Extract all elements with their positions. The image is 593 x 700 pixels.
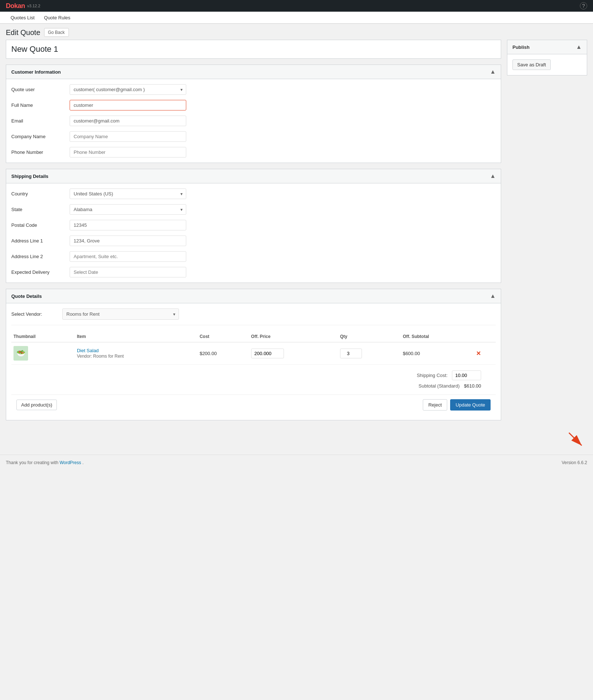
footer: Thank you for creating with WordPress . … [0,455,593,470]
arrow-indicator [565,429,587,451]
quote-table: Thumbnail Item Cost Off. Price Qty Off. … [11,331,496,365]
cell-thumbnail: 🥗 [11,342,75,365]
phone-number-label: Phone Number [11,149,70,155]
main-content: Customer Information ▲ Quote user custom… [0,40,593,428]
footer-version: Version 6.6.2 [562,460,587,465]
dokan-version: v3.12.2 [27,4,40,8]
address-line2-input[interactable] [70,251,186,262]
publish-collapse-icon[interactable]: ▲ [576,44,582,50]
quote-user-select[interactable]: customer( customer@gmail.com ) [70,84,186,95]
quote-details-header: Quote Details ▲ [6,289,501,303]
shipping-details-collapse-icon[interactable]: ▲ [490,173,496,179]
publish-title: Publish [512,44,530,50]
save-draft-button[interactable]: Save as Draft [512,59,551,70]
vendor-select-wrapper: Rooms for Rent [62,308,179,320]
table-row: 🥗 Diet Salad Vendor: Rooms for Rent $200… [11,342,496,365]
address-line1-control [70,236,186,246]
address-line2-row: Address Line 2 [11,251,496,262]
email-row: Email [11,116,496,126]
cell-qty [338,342,401,365]
phone-number-row: Phone Number [11,147,496,158]
full-name-control [70,100,186,110]
shipping-details-header: Shipping Details ▲ [6,169,501,183]
product-thumbnail: 🥗 [13,346,28,361]
expected-delivery-label: Expected Delivery [11,269,70,275]
email-input[interactable] [70,116,186,126]
customer-information-header: Customer Information ▲ [6,65,501,79]
tab-quote-rules[interactable]: Quote Rules [39,12,75,24]
update-quote-button[interactable]: Update Quote [450,399,491,411]
full-name-label: Full Name [11,102,70,108]
company-name-row: Company Name [11,131,496,142]
bottom-actions: Add product(s) Reject Update Quote [11,394,496,415]
shipping-cost-input[interactable] [452,370,481,380]
go-back-button[interactable]: Go Back [44,28,69,37]
quote-details-section: Quote Details ▲ Select Vendor: Rooms for… [6,289,501,420]
cell-off-subtotal: $600.00 [401,342,474,365]
page-title: Edit Quote [6,28,40,37]
publish-header: Publish ▲ [507,40,587,54]
postal-code-label: Postal Code [11,222,70,228]
country-select[interactable]: United States (US) [70,188,186,199]
expected-delivery-row: Expected Delivery [11,267,496,277]
quote-user-row: Quote user customer( customer@gmail.com … [11,84,496,95]
col-cost: Cost [198,331,249,342]
phone-number-input[interactable] [70,147,186,158]
cell-item: Diet Salad Vendor: Rooms for Rent [75,342,198,365]
vendor-row: Select Vendor: Rooms for Rent [11,308,496,325]
col-item: Item [75,331,198,342]
postal-code-input[interactable] [70,220,186,230]
address-line2-control [70,251,186,262]
address-line1-row: Address Line 1 [11,236,496,246]
qty-input[interactable] [340,349,362,358]
customer-info-collapse-icon[interactable]: ▲ [490,69,496,75]
quote-details-body: Select Vendor: Rooms for Rent Thumbnail … [6,303,501,420]
off-price-input[interactable] [251,349,284,358]
address-line2-label: Address Line 2 [11,254,70,259]
item-vendor: Vendor: Rooms for Rent [77,354,124,359]
cell-off-price [249,342,338,365]
address-line1-input[interactable] [70,236,186,246]
quote-details-collapse-icon[interactable]: ▲ [490,293,496,299]
shipping-details-section: Shipping Details ▲ Country United States… [6,169,501,283]
email-label: Email [11,118,70,124]
company-name-label: Company Name [11,134,70,139]
vendor-select[interactable]: Rooms for Rent [62,308,179,320]
quote-title-input[interactable] [11,44,496,54]
full-name-input[interactable] [70,100,186,110]
country-label: Country [11,191,70,197]
nav-tabs: Quotes List Quote Rules [0,12,593,24]
full-name-row: Full Name [11,100,496,110]
col-actions [474,331,496,342]
state-select[interactable]: Alabama [70,204,186,215]
quote-title-box [6,40,501,59]
page-header: Edit Quote Go Back [0,24,593,40]
customer-information-title: Customer Information [11,69,61,75]
reject-button[interactable]: Reject [423,399,447,411]
logo-area: Dokan v3.12.2 [6,2,40,10]
item-link[interactable]: Diet Salad [77,348,99,353]
svg-line-1 [569,433,582,446]
cell-remove: ✕ [474,342,496,365]
state-row: State Alabama [11,204,496,215]
quote-details-title: Quote Details [11,293,42,299]
company-name-input[interactable] [70,131,186,142]
quote-user-label: Quote user [11,87,70,92]
shipping-details-body: Country United States (US) State Alabama [6,183,501,283]
help-icon[interactable]: ? [580,2,587,9]
col-thumbnail: Thumbnail [11,331,75,342]
expected-delivery-input[interactable] [70,267,186,277]
add-product-button[interactable]: Add product(s) [16,400,57,410]
postal-code-control [70,220,186,230]
left-column: Customer Information ▲ Quote user custom… [6,40,501,420]
tab-quotes-list[interactable]: Quotes List [6,12,39,24]
action-buttons: Reject Update Quote [423,399,491,411]
col-off-subtotal: Off. Subtotal [401,331,474,342]
postal-code-row: Postal Code [11,220,496,230]
country-row: Country United States (US) [11,188,496,199]
shipping-details-title: Shipping Details [11,174,48,179]
wordpress-link[interactable]: WordPress [59,460,81,465]
state-select-wrapper: Alabama [70,204,186,215]
remove-item-button[interactable]: ✕ [476,350,481,357]
customer-information-body: Quote user customer( customer@gmail.com … [6,79,501,163]
